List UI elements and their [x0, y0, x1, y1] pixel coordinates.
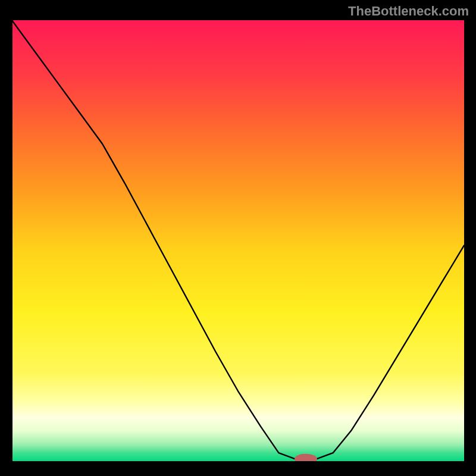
chart-container: TheBottleneck.com — [0, 0, 476, 476]
plot-area — [12, 20, 464, 462]
watermark-text: TheBottleneck.com — [348, 4, 469, 19]
bottleneck-chart — [12, 20, 464, 462]
gradient-background — [12, 20, 464, 462]
